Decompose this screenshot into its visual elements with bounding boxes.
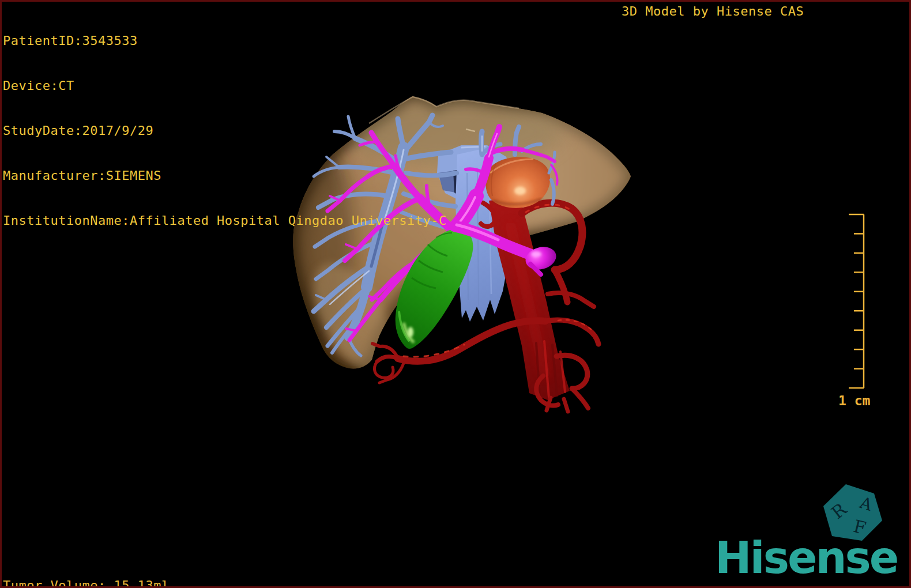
patient-id-line: PatientID:3543533 bbox=[3, 33, 447, 48]
watermark-title: 3D Model by Hisense CAS bbox=[622, 4, 804, 19]
viewer-window: 1 cm R A F PatientID:3543533 Device:CT S… bbox=[0, 0, 911, 588]
device-line: Device:CT bbox=[3, 78, 447, 93]
institution-line: InstitutionName:Affiliated Hospital Qing… bbox=[3, 213, 447, 228]
hisense-logo: Hisense bbox=[715, 536, 897, 580]
scale-ruler: 1 cm bbox=[825, 208, 882, 415]
tumor bbox=[485, 157, 550, 208]
patient-info-block: PatientID:3543533 Device:CT StudyDate:20… bbox=[3, 3, 447, 258]
volume-info-block: Tumor Volume: 15.13ml Liver Volume: 808.… bbox=[3, 548, 170, 588]
study-date-line: StudyDate:2017/9/29 bbox=[3, 123, 447, 138]
tumor-volume-line: Tumor Volume: 15.13ml bbox=[3, 578, 170, 588]
scale-ruler-label: 1 cm bbox=[838, 393, 870, 408]
manufacturer-line: Manufacturer:SIEMENS bbox=[3, 168, 447, 183]
